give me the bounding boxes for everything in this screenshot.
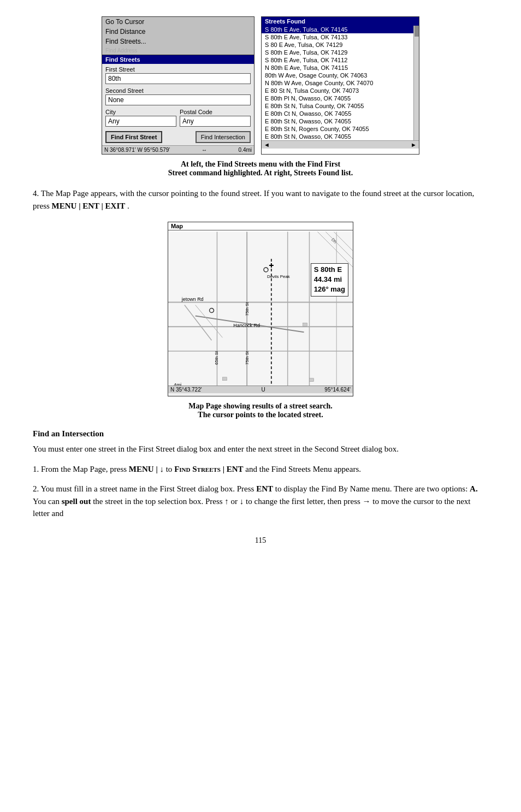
street-item-9[interactable]: E 80th Pl N, Owasso, OK 74055	[262, 94, 419, 102]
street-item-10[interactable]: E 80th St N, Tulsa County, OK 74055	[262, 102, 419, 110]
right-arrow-icon: ►	[411, 141, 417, 148]
street-item-3[interactable]: S 80th E Ave, Tulsa, OK 74129	[262, 49, 419, 56]
streets-found-header: Streets Found	[262, 17, 419, 26]
menu-find-streets[interactable]: Find Streets...	[102, 37, 254, 46]
map-container: Map	[168, 222, 353, 396]
svg-text:75th St: 75th St	[245, 351, 250, 365]
paragraph-1: 4. The Map Page appears, with the cursor…	[33, 187, 488, 212]
para3-text3: and the Find Streets Menu appears.	[245, 465, 361, 473]
postal-label: Postal Code	[180, 109, 251, 115]
menu-bar: Go To Cursor Find Distance Find Streets.…	[102, 17, 254, 55]
menu-find-address[interactable]: Find Address	[102, 46, 254, 55]
map-status-left: N 35°43.722'	[170, 387, 202, 393]
top-caption-line2: Street command highlighted. At right, St…	[33, 169, 488, 177]
streets-found-panel: Streets Found S 80th E Ave, Tulsa, OK 74…	[261, 16, 419, 155]
panel-status-bar: N 36°08.971' W 95°50.579' ↔ 0.4mi	[102, 145, 254, 154]
postal-input[interactable]	[180, 116, 251, 127]
street-item-5[interactable]: N 80th E Ave, Tulsa, OK 74115	[262, 64, 419, 72]
scrollbar-thumb	[415, 26, 419, 37]
first-street-section: First Street	[102, 64, 254, 85]
svg-text:75th St: 75th St	[245, 302, 250, 316]
panel-scroll-row: ◄ ►	[262, 140, 419, 149]
status-coords: N 36°08.971' W 95°50.579'	[104, 147, 170, 153]
page-number: 115	[33, 536, 488, 545]
top-caption-line1: At left, the Find Streets menu with the …	[33, 160, 488, 169]
map-figure: Map	[33, 222, 488, 396]
status-arrows: ↔	[202, 147, 207, 153]
map-svg: Devils Peak jetown Rd 75th St 75th St 65…	[168, 230, 353, 393]
menu-go-to-cursor[interactable]: Go To Cursor	[102, 17, 254, 27]
section-heading: Find an Intersection	[33, 429, 488, 438]
svg-text:Devils Peak: Devils Peak	[267, 274, 290, 279]
map-status-right: 95°14.624'	[324, 387, 351, 393]
map-info-box: S 80th E 44.34 mi 126° mag	[311, 263, 348, 297]
map-info-line2: 44.34 mi	[314, 275, 345, 285]
first-street-input[interactable]	[105, 73, 251, 84]
find-intersection-button[interactable]: Find Intersection	[196, 131, 251, 143]
menu-find-distance[interactable]: Find Distance	[102, 27, 254, 37]
para1-keys: MENU | ENT | EXIT	[52, 201, 126, 210]
street-item-11[interactable]: E 80th Ct N, Owasso, OK 74055	[262, 110, 419, 117]
top-caption: At left, the Find Streets menu with the …	[33, 160, 488, 177]
paragraph-2: You must enter one street in the First S…	[33, 443, 488, 455]
svg-text:65th St: 65th St	[214, 351, 219, 365]
para3-keys2: Find Streets | ENT	[174, 465, 243, 473]
street-item-12[interactable]: E 80th St N, Owasso, OK 74055	[262, 117, 419, 125]
second-street-label: Second Street	[105, 87, 251, 94]
map-info-line3: 126° mag	[314, 285, 345, 294]
street-item-7[interactable]: N 80th W Ave, Osage County, OK 74070	[262, 79, 419, 87]
street-item-6[interactable]: 80th W Ave, Osage County, OK 74063	[262, 72, 419, 79]
para4-key1: ENT	[256, 484, 273, 493]
svg-text:Hancock Rd: Hancock Rd	[233, 323, 260, 328]
streets-list[interactable]: S 80th E Ave, Tulsa, OK 74145 S 80th E A…	[262, 26, 419, 140]
paragraph-4: 2. You must fill in a street name in the…	[33, 483, 488, 520]
city-col: City	[105, 109, 176, 127]
second-street-section: Second Street	[102, 85, 254, 106]
find-streets-header: Find Streets	[102, 55, 254, 64]
para4-number: 2. You must fill in a street name in the…	[33, 484, 256, 493]
postal-col: Postal Code	[180, 109, 251, 127]
paragraph-3: 1. From the Map Page, press MENU | ↓ to …	[33, 463, 488, 476]
map-status-middle: U	[261, 387, 265, 393]
left-arrow-icon: ◄	[264, 141, 270, 148]
para3-number: 1. From the Map Page, press	[33, 465, 129, 473]
top-figure: Go To Cursor Find Distance Find Streets.…	[33, 16, 488, 155]
map-status-bar: N 35°43.722' U 95°14.624'	[168, 386, 353, 393]
svg-rect-0	[168, 232, 353, 392]
map-title-bar: Map	[168, 222, 353, 230]
map-caption-line2: The cursor points to the located street.	[33, 411, 488, 419]
find-streets-panel: Go To Cursor Find Distance Find Streets.…	[102, 16, 254, 155]
svg-rect-30	[309, 378, 313, 382]
para1-period: .	[127, 201, 129, 210]
second-street-input[interactable]	[105, 94, 251, 105]
svg-text:jetown Rd: jetown Rd	[181, 297, 204, 302]
street-item-4[interactable]: S 80th E Ave, Tulsa, OK 74112	[262, 56, 419, 64]
street-item-2[interactable]: S 80 E Ave, Tulsa, OK 74129	[262, 41, 419, 49]
para3-text2: to	[166, 465, 174, 473]
svg-rect-31	[222, 377, 227, 381]
map-info-line1: S 80th E	[314, 265, 345, 275]
map-caption-line1: Map Page showing results of a street sea…	[33, 402, 488, 411]
streets-scrollbar[interactable]	[413, 26, 419, 140]
svg-rect-29	[303, 323, 307, 326]
street-item-13[interactable]: E 80th St N, Rogers County, OK 74055	[262, 125, 419, 133]
map-caption: Map Page showing results of a street sea…	[33, 402, 488, 419]
city-postal-row: City Postal Code	[102, 106, 254, 128]
para1-number: 4.	[33, 189, 41, 198]
city-label: City	[105, 109, 176, 115]
first-street-label: First Street	[105, 66, 251, 73]
button-row: Find First Street Find Intersection	[102, 128, 254, 145]
map-body: Devils Peak jetown Rd 75th St 75th St 65…	[168, 230, 353, 393]
para3-keys1: MENU | ↓	[129, 465, 164, 473]
city-input[interactable]	[105, 116, 176, 127]
street-item-0[interactable]: S 80th E Ave, Tulsa, OK 74145	[262, 26, 419, 33]
street-item-14[interactable]: E 80th St N, Owasso, OK 74055	[262, 133, 419, 140]
find-first-street-button[interactable]: Find First Street	[105, 131, 162, 143]
street-item-1[interactable]: S 80th E Ave, Tulsa, OK 74133	[262, 33, 419, 41]
status-scale: 0.4mi	[239, 147, 252, 153]
street-item-8[interactable]: E 80 St N, Tulsa County, OK 74073	[262, 87, 419, 94]
